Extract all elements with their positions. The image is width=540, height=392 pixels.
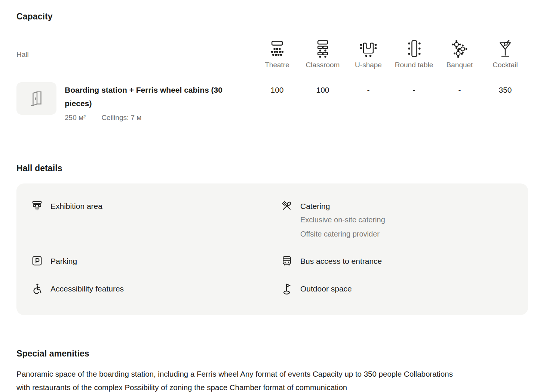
parking-icon <box>31 255 43 268</box>
hall-cell: Boarding station + Ferris wheel cabins (… <box>16 82 254 122</box>
detail-item-parking: Parking <box>31 256 272 268</box>
detail-label: Parking <box>50 256 77 267</box>
classroom-seating-icon <box>312 40 333 58</box>
detail-item-bus-access: Bus access to entrance <box>272 256 513 268</box>
capacity-table-row: Boarding station + Ferris wheel cabins (… <box>16 75 528 132</box>
column-label: U-shape <box>355 61 382 69</box>
hall-details-panel: Exhibition area Catering <box>16 183 528 315</box>
detail-label: Exhibition area <box>50 201 102 212</box>
column-label: Banquet <box>447 61 473 69</box>
cocktail-glass-icon <box>495 40 516 58</box>
banquet-seating-icon <box>449 40 470 58</box>
hall-column-header: Hall <box>16 50 254 59</box>
special-amenities-section-title: Special amenities <box>16 349 528 359</box>
exhibition-area-icon <box>31 200 43 213</box>
catering-option: Exclusive on-site catering <box>300 213 385 226</box>
theatre-seating-icon <box>267 40 288 58</box>
hall-info: Boarding station + Ferris wheel cabins (… <box>65 82 252 122</box>
column-header-round-table: Round table <box>391 40 437 69</box>
capacity-table-header: Hall Theatre <box>16 32 528 75</box>
column-header-cocktail: Cocktail <box>482 40 528 69</box>
detail-item-accessibility: Accessibility features <box>31 283 272 296</box>
detail-label: Accessibility features <box>50 283 124 294</box>
capacity-value-classroom: 100 <box>300 82 346 95</box>
capacity-section-title: Capacity <box>16 0 528 22</box>
hall-name[interactable]: Boarding station + Ferris wheel cabins (… <box>65 83 252 110</box>
accessibility-icon <box>31 283 43 296</box>
divider <box>16 132 528 132</box>
detail-label: Bus access to entrance <box>300 256 382 267</box>
hall-thumbnail[interactable] <box>16 82 56 115</box>
column-label: Round table <box>395 61 433 69</box>
detail-label: Outdoor space <box>300 283 352 294</box>
hall-details-section-title: Hall details <box>16 163 528 173</box>
capacity-value-u-shape: - <box>346 82 391 95</box>
catering-icon <box>281 200 292 213</box>
outdoor-space-flag-icon <box>281 283 292 296</box>
venue-details-page: Capacity Hall Theatre <box>0 0 540 392</box>
detail-item-catering: Catering Exclusive on-site catering Offs… <box>272 201 513 240</box>
detail-item-exhibition-area: Exhibition area <box>31 201 272 240</box>
capacity-value-banquet: - <box>437 82 482 95</box>
hall-area: 250 м² <box>65 114 86 122</box>
bus-icon <box>281 255 292 268</box>
detail-item-outdoor-space: Outdoor space <box>272 283 513 296</box>
open-door-icon <box>28 89 45 108</box>
catering-option: Offsite catering provider <box>300 228 385 240</box>
hall-meta: 250 м² Ceilings: 7 м <box>65 114 252 122</box>
column-header-classroom: Classroom <box>300 40 346 69</box>
capacity-value-theatre: 100 <box>254 82 300 95</box>
hall-ceiling-height: Ceilings: 7 м <box>101 114 141 122</box>
column-label: Classroom <box>306 61 340 69</box>
column-label: Cocktail <box>493 61 518 69</box>
u-shape-seating-icon <box>358 40 379 58</box>
round-table-seating-icon <box>404 40 424 58</box>
column-header-theatre: Theatre <box>254 40 300 69</box>
capacity-value-round-table: - <box>391 82 437 95</box>
capacity-value-cocktail: 350 <box>482 82 528 95</box>
special-amenities-text: Panoramic space of the boarding station,… <box>16 367 460 392</box>
column-header-u-shape: U-shape <box>346 40 391 69</box>
detail-label: Catering <box>300 201 385 212</box>
column-label: Theatre <box>265 61 289 69</box>
column-header-banquet: Banquet <box>437 40 482 69</box>
